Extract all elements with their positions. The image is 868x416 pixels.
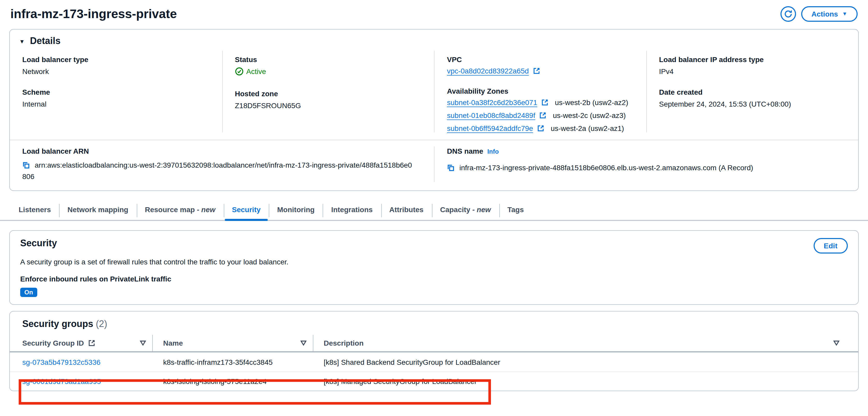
field-lb-type: Load balancer type Network	[22, 55, 210, 76]
edit-button[interactable]: Edit	[813, 238, 848, 253]
status-badge: Active	[235, 67, 266, 76]
table-row: sg-0061d9d73ad1aa995 k8s-istioing-istioi…	[10, 372, 858, 391]
az-name: us-west-2c (usw2-az3)	[553, 111, 626, 119]
tab-integrations[interactable]: Integrations	[323, 200, 381, 221]
field-dns-name: DNS name Info infra-mz-173-ingress-priva…	[434, 146, 858, 182]
subnet-link[interactable]: subnet-0b6ff5942addfc79e	[447, 124, 533, 133]
field-arn: Load balancer ARN arn:aws:elasticloadbal…	[10, 146, 434, 182]
copy-icon[interactable]	[22, 162, 30, 169]
details-title: Details	[30, 36, 61, 46]
tab-resource-map[interactable]: Resource map - new	[136, 200, 223, 221]
tab-listeners[interactable]: Listeners	[10, 200, 59, 221]
check-circle-icon	[235, 67, 243, 75]
refresh-icon	[784, 10, 793, 18]
details-expand-header[interactable]: ▼ Details	[10, 30, 858, 49]
security-group-link[interactable]: sg-0061d9d73ad1aa995	[22, 377, 101, 385]
security-panel: Security Edit A security group is a set …	[9, 230, 859, 305]
details-card: ▼ Details Load balancer type Network Sch…	[9, 29, 859, 191]
security-description: A security group is a set of firewall ru…	[20, 257, 848, 267]
security-group-name: k8s-traffic-inframz173-35f4cc3845	[153, 358, 313, 366]
subnet-link[interactable]: subnet-0a38f2c6d2b36e071	[447, 98, 537, 107]
field-availability-zones: Availability Zones subnet-0a38f2c6d2b36e…	[447, 86, 634, 133]
privatelink-label: Enforce inbound rules on PrivateLink tra…	[20, 274, 848, 283]
actions-button-label: Actions	[811, 10, 838, 18]
az-row: subnet-0a38f2c6d2b36e071 us-west-2b (usw…	[447, 98, 634, 107]
privatelink-on-badge: On	[20, 288, 37, 297]
sort-triangle-icon	[833, 341, 839, 346]
external-link-icon[interactable]	[541, 99, 549, 106]
az-row: subnet-0b6ff5942addfc79e us-west-2a (usw…	[447, 124, 634, 133]
az-row: subnet-01eb08cf8abd2489f us-west-2c (usw…	[447, 111, 634, 119]
table-row: sg-073a5b479132c5336 k8s-traffic-inframz…	[10, 352, 858, 372]
az-name: us-west-2a (usw2-az1)	[551, 124, 624, 133]
security-groups-title: Security groups (2)	[10, 319, 858, 330]
external-link-icon[interactable]	[537, 125, 545, 132]
field-vpc: VPC vpc-0a8d02cd83922a65d	[447, 55, 634, 75]
field-hosted-zone: Hosted zone Z18D5FSROUN65G	[235, 89, 422, 110]
security-group-link[interactable]: sg-073a5b479132c5336	[22, 358, 100, 366]
dns-value: infra-mz-173-ingress-private-488fa1518b6…	[459, 164, 753, 172]
page-header: infra-mz-173-ingress-private Actions ▼	[0, 0, 868, 22]
details-grid: Load balancer type Network Scheme Intern…	[10, 49, 858, 140]
external-link-icon[interactable]	[533, 67, 540, 74]
page-title: infra-mz-173-ingress-private	[10, 7, 177, 21]
field-date-created: Date created September 24, 2024, 15:53 (…	[659, 88, 846, 109]
external-link-icon	[88, 339, 95, 347]
header-actions: Actions ▼	[780, 6, 858, 22]
vpc-link[interactable]: vpc-0a8d02cd83922a65d	[447, 67, 529, 75]
tab-network-mapping[interactable]: Network mapping	[59, 200, 137, 221]
copy-icon[interactable]	[447, 164, 455, 172]
field-scheme: Scheme Internal	[22, 88, 210, 109]
tab-security[interactable]: Security	[224, 200, 269, 221]
sort-triangle-icon	[300, 341, 307, 346]
security-group-name: k8s-istioing-istioing-575e11a2e4	[153, 377, 313, 385]
field-ip-type: Load balancer IP address type IPv4	[659, 55, 846, 76]
subnet-link[interactable]: subnet-01eb08cf8abd2489f	[447, 111, 535, 119]
column-header-security-group-id[interactable]: Security Group ID	[22, 335, 153, 351]
arn-dns-row: Load balancer ARN arn:aws:elasticloadbal…	[10, 140, 858, 190]
details-column-2: Status Active Hosted zone Z18D5FSROUN65G	[222, 51, 434, 133]
field-status: Status Active	[235, 55, 422, 78]
table-header-row: Security Group ID Name Description	[10, 335, 858, 352]
security-panel-title: Security	[20, 238, 57, 249]
external-link-icon[interactable]	[539, 112, 547, 119]
az-name: us-west-2b (usw2-az2)	[555, 98, 628, 107]
caret-down-icon: ▼	[19, 38, 25, 44]
column-header-description[interactable]: Description	[313, 335, 846, 351]
security-groups-panel: Security groups (2) Security Group ID Na…	[9, 311, 859, 391]
info-link[interactable]: Info	[487, 148, 499, 155]
tab-tags[interactable]: Tags	[499, 200, 532, 221]
column-header-name[interactable]: Name	[153, 335, 313, 351]
page: infra-mz-173-ingress-private Actions ▼ ▼…	[0, 0, 868, 416]
security-groups-table: Security Group ID Name Description sg-07…	[10, 335, 858, 391]
tab-bar: Listeners Network mapping Resource map -…	[0, 200, 868, 221]
security-groups-count: (2)	[96, 319, 107, 329]
caret-down-icon: ▼	[842, 11, 847, 16]
security-group-description: [k8s] Managed SecurityGroup for LoadBala…	[313, 377, 846, 385]
arn-value: arn:aws:elasticloadbalancing:us-west-2:3…	[22, 161, 412, 181]
security-group-description: [k8s] Shared Backend SecurityGroup for L…	[313, 358, 846, 366]
details-column-4: Load balancer IP address type IPv4 Date …	[646, 51, 858, 133]
tab-attributes[interactable]: Attributes	[381, 200, 432, 221]
sort-triangle-icon	[140, 341, 146, 346]
details-column-3: VPC vpc-0a8d02cd83922a65d Availability Z…	[434, 51, 646, 133]
actions-button[interactable]: Actions ▼	[801, 6, 858, 22]
details-column-1: Load balancer type Network Scheme Intern…	[10, 51, 222, 133]
tab-capacity[interactable]: Capacity - new	[432, 200, 499, 221]
refresh-button[interactable]	[780, 6, 796, 22]
tab-monitoring[interactable]: Monitoring	[269, 200, 323, 221]
